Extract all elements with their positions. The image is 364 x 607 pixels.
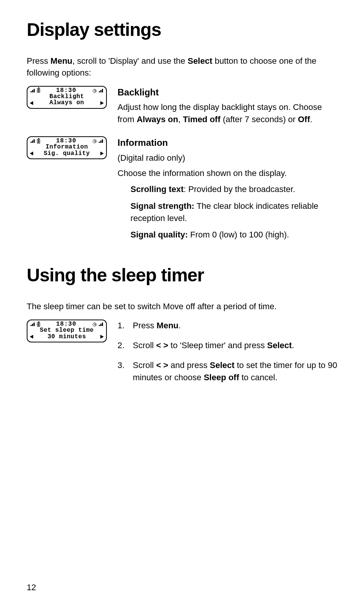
lcd-menu-title: Information [30, 144, 104, 150]
info-item-signal-strength: Signal strength: The clear block indicat… [130, 200, 337, 224]
text: From 0 (low) to 100 (high). [188, 230, 289, 239]
text: . [292, 341, 294, 350]
select-label: Select [267, 341, 292, 350]
option-heading-information: Information [118, 136, 337, 150]
scroll-arrows: < > [156, 360, 168, 370]
lcd-value-text: Always on [50, 100, 84, 106]
lcd-value-text: Sig. quality [43, 150, 90, 157]
option-heading-backlight: Backlight [118, 86, 337, 99]
text: , scroll to 'Display' and use the [72, 56, 188, 66]
text: Scroll [133, 341, 156, 350]
page-number: 12 [27, 583, 36, 592]
text: Choose the information shown on the disp… [118, 167, 337, 179]
sleep-timer-row: 18:30 Set sleep time 30 minutes Press Me… [27, 320, 337, 391]
signal-icon [99, 89, 103, 92]
option-row-backlight: 18:30 Backlight Always on Backlight Adju… [27, 86, 337, 126]
lcd-menu-title: Set sleep time [30, 327, 104, 334]
lcd-menu-value: 30 minutes [30, 334, 104, 340]
menu-label: Menu [50, 56, 72, 66]
label: Signal strength: [130, 201, 194, 211]
option-description: Backlight Adjust how long the display ba… [118, 86, 337, 126]
scroll-arrows: < > [156, 341, 168, 350]
text: Scroll [133, 360, 156, 370]
information-sublist: Scrolling text: Provided by the broadcas… [118, 183, 337, 241]
signal-icon [31, 323, 35, 326]
arrow-left-icon [30, 152, 33, 155]
text: to 'Sleep timer' and press [168, 341, 267, 350]
menu-label: Menu [156, 321, 178, 330]
label: Scrolling text [130, 184, 184, 194]
signal-icon [99, 323, 103, 326]
arrow-left-icon [30, 335, 33, 339]
arrow-right-icon [100, 152, 104, 155]
text: : Provided by the broadcaster. [184, 184, 295, 194]
option-row-information: 18:30 Information Sig. quality Informati… [27, 136, 337, 245]
text: . [179, 321, 181, 330]
arrow-right-icon [100, 335, 104, 339]
lcd-status-bar: 18:30 [30, 321, 104, 327]
battery-icon [37, 88, 40, 93]
option-timed-off: Timed off [183, 115, 221, 124]
option-description: Information (Digital radio only) Choose … [118, 136, 337, 245]
intro-paragraph: The sleep timer can be set to switch Mov… [27, 301, 337, 313]
text: . [310, 115, 312, 124]
section-heading-sleep-timer: Using the sleep timer [27, 265, 337, 286]
text: and press [168, 360, 210, 370]
section-heading-display-settings: Display settings [27, 19, 337, 40]
battery-icon [37, 139, 40, 144]
sleep-off-label: Sleep off [204, 373, 239, 382]
option-off: Off [298, 115, 310, 124]
lcd-menu-value: Always on [30, 100, 104, 106]
intro-paragraph: Press Menu, scroll to 'Display' and use … [27, 55, 337, 79]
signal-icon [31, 89, 35, 92]
lcd-menu-title: Backlight [30, 94, 104, 100]
label: Signal quality: [130, 230, 188, 239]
option-always-on: Always on [137, 115, 178, 124]
lcd-screenshot-information: 18:30 Information Sig. quality [27, 136, 107, 159]
text: (after 7 seconds) or [221, 115, 298, 124]
alarm-icon [92, 139, 97, 143]
step-3: Scroll < > and press Select to set the t… [118, 359, 337, 384]
text: to cancel. [239, 373, 277, 382]
arrow-left-icon [30, 101, 33, 105]
manual-page: Display settings Press Menu, scroll to '… [0, 0, 364, 607]
signal-icon [99, 139, 103, 143]
select-label: Select [188, 56, 213, 66]
signal-icon [31, 139, 35, 143]
select-label: Select [210, 360, 235, 370]
steps-description: Press Menu. Scroll < > to 'Sleep timer' … [118, 320, 337, 391]
lcd-menu-value: Sig. quality [30, 150, 104, 157]
lcd-status-bar: 18:30 [30, 138, 104, 144]
alarm-icon [92, 89, 97, 93]
step-2: Scroll < > to 'Sleep timer' and press Se… [118, 339, 337, 352]
lcd-screenshot-backlight: 18:30 Backlight Always on [27, 86, 107, 109]
lcd-time: 18:30 [56, 87, 76, 94]
text: Press [133, 321, 156, 330]
steps-list: Press Menu. Scroll < > to 'Sleep timer' … [118, 320, 337, 384]
step-1: Press Menu. [118, 320, 337, 332]
digital-radio-note: (Digital radio only) [118, 152, 337, 164]
text: Press [27, 56, 50, 66]
battery-icon [37, 322, 40, 327]
info-item-signal-quality: Signal quality: From 0 (low) to 100 (hig… [130, 229, 337, 241]
text: , [178, 115, 183, 124]
info-item-scrolling-text: Scrolling text: Provided by the broadcas… [130, 183, 337, 195]
alarm-icon [92, 322, 97, 326]
lcd-screenshot-sleep: 18:30 Set sleep time 30 minutes [27, 320, 107, 342]
lcd-status-bar: 18:30 [30, 88, 104, 94]
text: Adjust how long the display backlight st… [118, 101, 337, 126]
arrow-right-icon [100, 101, 104, 105]
lcd-value-text: 30 minutes [47, 334, 86, 340]
